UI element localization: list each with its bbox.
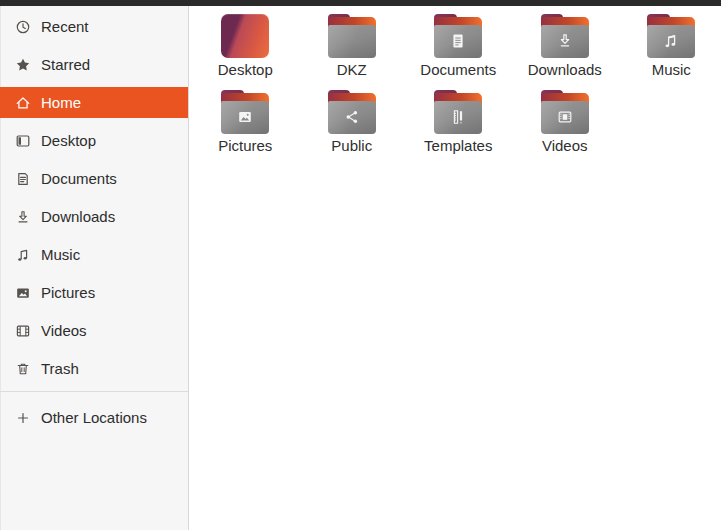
folder-front bbox=[328, 25, 376, 58]
folder-icon bbox=[328, 90, 376, 134]
sidebar-item-pictures[interactable]: Pictures bbox=[0, 277, 188, 308]
file-label: DKZ bbox=[337, 61, 367, 78]
desktop-special-icon bbox=[221, 14, 269, 58]
window-titlebar-edge bbox=[0, 0, 721, 6]
folder-icon bbox=[221, 90, 269, 134]
home-icon bbox=[14, 94, 31, 111]
pictures-icon bbox=[14, 284, 31, 301]
folder-icon bbox=[328, 14, 376, 58]
document-emblem-icon bbox=[448, 31, 468, 51]
download-arrow-emblem-icon bbox=[555, 31, 575, 51]
folder-icon bbox=[541, 90, 589, 134]
file-label: Templates bbox=[424, 137, 492, 154]
file-label: Videos bbox=[542, 137, 588, 154]
file-label: Downloads bbox=[528, 61, 602, 78]
sidebar-item-label: Trash bbox=[41, 360, 79, 377]
file-item-videos[interactable]: Videos bbox=[512, 90, 619, 166]
sidebar-item-starred[interactable]: Starred bbox=[0, 49, 188, 80]
sidebar-item-music[interactable]: Music bbox=[0, 239, 188, 270]
share-nodes-emblem-icon bbox=[342, 107, 362, 127]
sidebar-item-home[interactable]: Home bbox=[0, 87, 188, 118]
sidebar-item-other-locations[interactable]: Other Locations bbox=[0, 402, 188, 433]
file-grid: Desktop DKZ Documents Downloads Music bbox=[190, 6, 721, 530]
sidebar-item-downloads[interactable]: Downloads bbox=[0, 201, 188, 232]
desktop-icon bbox=[14, 132, 31, 149]
trash-icon bbox=[14, 360, 31, 377]
file-item-music[interactable]: Music bbox=[618, 14, 721, 90]
file-label: Desktop bbox=[218, 61, 273, 78]
file-item-downloads[interactable]: Downloads bbox=[512, 14, 619, 90]
sidebar-item-label: Recent bbox=[41, 18, 89, 35]
sidebar-item-label: Starred bbox=[41, 56, 90, 73]
file-item-desktop[interactable]: Desktop bbox=[192, 14, 299, 90]
film-frame-emblem-icon bbox=[555, 107, 575, 127]
file-item-documents[interactable]: Documents bbox=[405, 14, 512, 90]
file-label: Music bbox=[652, 61, 691, 78]
sidebar-item-label: Music bbox=[41, 246, 80, 263]
sidebar-item-trash[interactable]: Trash bbox=[0, 353, 188, 384]
photo-emblem-icon bbox=[235, 107, 255, 127]
sidebar-item-label: Downloads bbox=[41, 208, 115, 225]
places-sidebar: Recent Starred Home Desktop Documents Do… bbox=[0, 6, 189, 530]
sidebar-separator bbox=[0, 391, 188, 392]
ruler-pen-emblem-icon bbox=[448, 107, 468, 127]
file-label: Pictures bbox=[218, 137, 272, 154]
sidebar-item-videos[interactable]: Videos bbox=[0, 315, 188, 346]
music-icon bbox=[14, 246, 31, 263]
file-item-templates[interactable]: Templates bbox=[405, 90, 512, 166]
folder-icon bbox=[434, 14, 482, 58]
folder-icon bbox=[541, 14, 589, 58]
sidebar-item-documents[interactable]: Documents bbox=[0, 163, 188, 194]
recent-clock-icon bbox=[14, 18, 31, 35]
sidebar-item-desktop[interactable]: Desktop bbox=[0, 125, 188, 156]
music-note-emblem-icon bbox=[661, 31, 681, 51]
sidebar-item-label: Other Locations bbox=[41, 409, 147, 426]
sidebar-item-label: Desktop bbox=[41, 132, 96, 149]
folder-icon bbox=[647, 14, 695, 58]
sidebar-item-label: Documents bbox=[41, 170, 117, 187]
sidebar-item-recent[interactable]: Recent bbox=[0, 11, 188, 42]
star-icon bbox=[14, 56, 31, 73]
videos-icon bbox=[14, 322, 31, 339]
file-label: Public bbox=[331, 137, 372, 154]
sidebar-item-label: Videos bbox=[41, 322, 87, 339]
folder-icon bbox=[434, 90, 482, 134]
file-item-public[interactable]: Public bbox=[299, 90, 406, 166]
file-item-pictures[interactable]: Pictures bbox=[192, 90, 299, 166]
downloads-icon bbox=[14, 208, 31, 225]
file-label: Documents bbox=[420, 61, 496, 78]
sidebar-item-label: Pictures bbox=[41, 284, 95, 301]
documents-icon bbox=[14, 170, 31, 187]
plus-icon bbox=[14, 409, 31, 426]
file-item-dkz[interactable]: DKZ bbox=[299, 14, 406, 90]
sidebar-item-label: Home bbox=[41, 94, 81, 111]
